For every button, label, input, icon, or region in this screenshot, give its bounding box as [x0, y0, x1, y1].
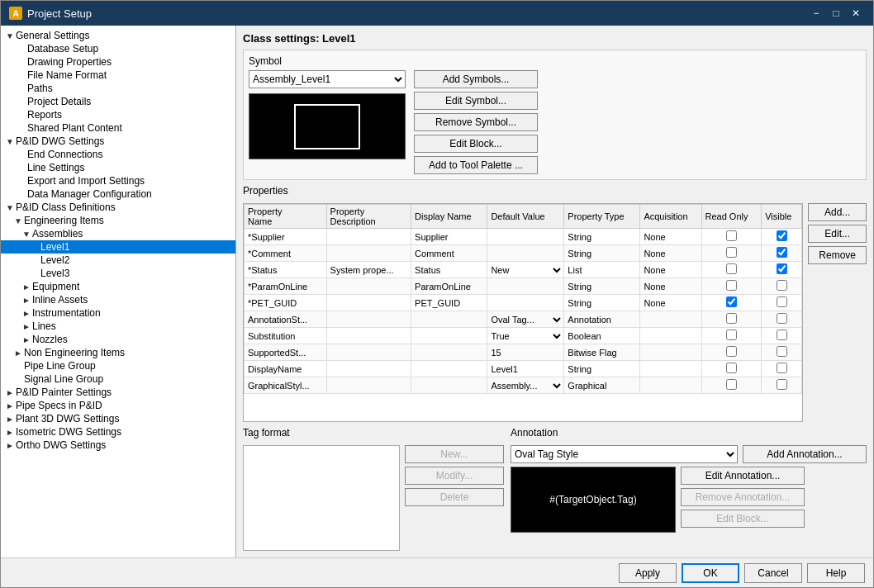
tree-item-eng-items[interactable]: ▼ Engineering Items — [1, 214, 235, 227]
cell-visible[interactable] — [762, 311, 802, 328]
maximize-button[interactable]: □ — [827, 6, 845, 21]
tree-item-level1[interactable]: Level1 — [1, 240, 235, 254]
tree-item-end-conn[interactable]: End Connections — [1, 148, 235, 161]
remove-symbol-button[interactable]: Remove Symbol... — [414, 113, 538, 131]
add-property-button[interactable]: Add... — [808, 203, 867, 221]
add-symbols-button[interactable]: Add Symbols... — [414, 70, 538, 88]
apply-button[interactable]: Apply — [619, 563, 677, 583]
tree-item-equipment[interactable]: ► Equipment — [1, 280, 235, 293]
cell-readonly[interactable] — [701, 311, 762, 328]
tree-item-level3[interactable]: Level3 — [1, 267, 235, 280]
cell-default[interactable]: True — [487, 328, 564, 344]
delete-tag-button[interactable]: Delete — [405, 488, 504, 506]
tree-item-ortho[interactable]: ► Ortho DWG Settings — [1, 439, 235, 452]
tree-item-pipe-line[interactable]: Pipe Line Group — [1, 359, 235, 372]
close-button[interactable]: ✕ — [847, 6, 865, 21]
cell-readonly[interactable] — [701, 361, 762, 377]
graphical-default-select[interactable]: Assembly... — [487, 378, 563, 393]
tree-item-pid-class[interactable]: ▼ P&ID Class Definitions — [1, 201, 235, 214]
tree-item-instrumentation[interactable]: ► Instrumentation — [1, 306, 235, 320]
tree-item-data-mgr[interactable]: Data Manager Configuration — [1, 187, 235, 201]
tag-format-area[interactable] — [243, 445, 400, 551]
cell-readonly[interactable] — [701, 245, 762, 262]
tree-item-non-eng[interactable]: ► Non Engineering Items — [1, 346, 235, 359]
tree-item-pipe-specs[interactable]: ► Pipe Specs in P&ID — [1, 399, 235, 412]
edit-property-button[interactable]: Edit... — [808, 225, 867, 243]
cell-default[interactable]: Oval Tag... — [487, 311, 564, 328]
readonly-checkbox[interactable] — [726, 263, 737, 274]
tree-item-pid-painter[interactable]: ► P&ID Painter Settings — [1, 386, 235, 399]
symbol-dropdown[interactable]: Assembly_Level1 — [249, 70, 406, 88]
cell-visible[interactable] — [762, 262, 802, 278]
help-button[interactable]: Help — [807, 563, 865, 583]
cell-visible[interactable] — [762, 245, 802, 262]
visible-checkbox[interactable] — [777, 263, 787, 274]
tree-item-database[interactable]: Database Setup — [1, 42, 235, 55]
tree-item-assemblies[interactable]: ▼ Assemblies — [1, 227, 235, 240]
tree-item-isometric[interactable]: ► Isometric DWG Settings — [1, 425, 235, 439]
tree-item-general[interactable]: ▼ General Settings — [1, 29, 235, 42]
remove-annotation-button[interactable]: Remove Annotation... — [681, 488, 805, 506]
cell-readonly[interactable] — [701, 328, 762, 344]
add-annotation-button[interactable]: Add Annotation... — [743, 445, 867, 463]
tree-item-pid-dwg[interactable]: ▼ P&ID DWG Settings — [1, 135, 235, 148]
edit-block-annotation-button[interactable]: Edit Block... — [681, 510, 805, 528]
cancel-button[interactable]: Cancel — [744, 563, 802, 583]
visible-checkbox[interactable] — [777, 363, 787, 373]
tree-item-inline[interactable]: ► Inline Assets — [1, 293, 235, 306]
readonly-checkbox[interactable] — [726, 230, 737, 241]
tree-item-level2[interactable]: Level2 — [1, 254, 235, 267]
cell-visible[interactable] — [762, 377, 802, 394]
visible-checkbox[interactable] — [777, 247, 787, 258]
cell-readonly[interactable] — [701, 262, 762, 278]
new-tag-button[interactable]: New... — [405, 445, 504, 463]
readonly-checkbox[interactable] — [726, 280, 737, 291]
visible-checkbox[interactable] — [777, 280, 787, 291]
cell-default[interactable]: Assembly... — [487, 377, 564, 394]
remove-property-button[interactable]: Remove — [808, 246, 867, 264]
minimize-button[interactable]: − — [807, 6, 825, 21]
visible-checkbox[interactable] — [777, 230, 787, 241]
visible-checkbox[interactable] — [777, 296, 787, 307]
tree-item-plant3d[interactable]: ► Plant 3D DWG Settings — [1, 412, 235, 425]
edit-symbol-button[interactable]: Edit Symbol... — [414, 92, 538, 110]
status-default-select[interactable]: New — [487, 263, 563, 277]
readonly-checkbox[interactable] — [726, 330, 737, 340]
tree-item-signal[interactable]: Signal Line Group — [1, 372, 235, 386]
cell-visible[interactable] — [762, 361, 802, 377]
cell-visible[interactable] — [762, 229, 802, 245]
edit-annotation-button[interactable]: Edit Annotation... — [681, 467, 805, 485]
visible-checkbox[interactable] — [777, 346, 787, 357]
annotation-style-dropdown[interactable]: Oval Tag Style — [511, 445, 738, 463]
readonly-checkbox[interactable] — [726, 313, 737, 324]
visible-checkbox[interactable] — [777, 313, 787, 324]
readonly-checkbox[interactable] — [726, 296, 737, 307]
cell-readonly[interactable] — [701, 344, 762, 361]
tree-item-reports[interactable]: Reports — [1, 108, 235, 121]
modify-tag-button[interactable]: Modify... — [405, 467, 504, 485]
tree-item-filename[interactable]: File Name Format — [1, 69, 235, 82]
cell-visible[interactable] — [762, 278, 802, 295]
visible-checkbox[interactable] — [777, 330, 787, 340]
cell-readonly[interactable] — [701, 278, 762, 295]
tree-item-paths[interactable]: Paths — [1, 82, 235, 95]
tree-item-nozzles[interactable]: ► Nozzles — [1, 333, 235, 346]
tree-item-lines[interactable]: ► Lines — [1, 320, 235, 333]
cell-visible[interactable] — [762, 328, 802, 344]
tree-item-shared[interactable]: Shared Plant Content — [1, 121, 235, 135]
visible-checkbox[interactable] — [777, 379, 787, 390]
tree-item-export[interactable]: Export and Import Settings — [1, 174, 235, 187]
tree-item-project[interactable]: Project Details — [1, 95, 235, 108]
readonly-checkbox[interactable] — [726, 379, 737, 390]
subst-default-select[interactable]: True — [487, 329, 563, 344]
edit-block-symbol-button[interactable]: Edit Block... — [414, 135, 538, 153]
readonly-checkbox[interactable] — [726, 363, 737, 373]
cell-visible[interactable] — [762, 295, 802, 311]
cell-visible[interactable] — [762, 344, 802, 361]
readonly-checkbox[interactable] — [726, 247, 737, 258]
readonly-checkbox[interactable] — [726, 346, 737, 357]
cell-readonly[interactable] — [701, 377, 762, 394]
tree-item-line-set[interactable]: Line Settings — [1, 161, 235, 174]
annotation-default-select[interactable]: Oval Tag... — [487, 312, 563, 327]
cell-readonly[interactable] — [701, 229, 762, 245]
